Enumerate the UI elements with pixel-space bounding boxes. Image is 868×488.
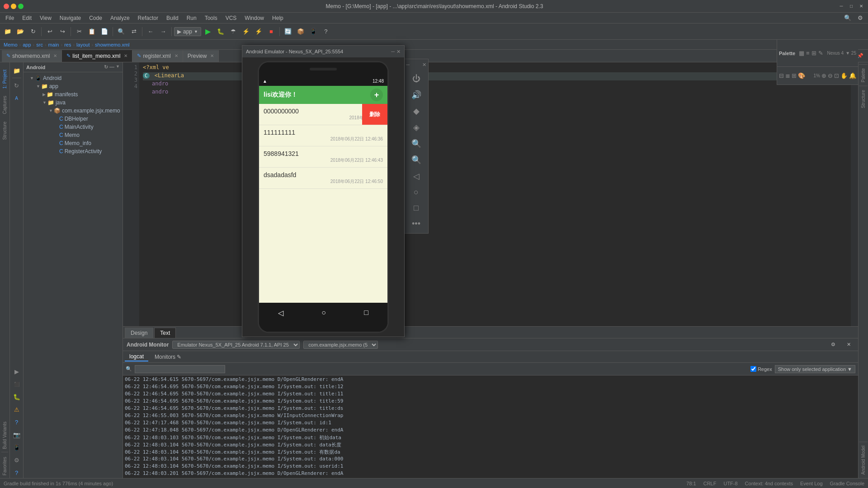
zoom-out-icon[interactable]: 🔍 <box>410 153 423 167</box>
bc-memo[interactable]: Memo <box>4 42 18 47</box>
sync-project-icon[interactable]: ↻ <box>11 80 22 91</box>
palette-btn3[interactable]: ⊞ <box>792 72 797 79</box>
device-selector[interactable]: Emulator Nexus_5X_API_25 Android 7.1.1, … <box>172 341 300 349</box>
tree-root[interactable]: ▼ 📱 Android <box>24 74 123 82</box>
project-dropdown-btn[interactable]: ▼ <box>116 64 120 70</box>
replace-btn[interactable]: ⇄ <box>128 26 140 38</box>
line-ending[interactable]: CRLF <box>703 481 717 486</box>
gradle-sync-btn[interactable]: 🔄 <box>282 26 294 38</box>
recents-nav-btn[interactable]: □ <box>364 309 368 317</box>
close-btn[interactable]: ✕ <box>858 3 864 9</box>
notification-btn[interactable]: 🔔 <box>849 72 856 79</box>
rotate-icon[interactable]: ◁ <box>411 169 421 183</box>
settings2-icon[interactable]: ⚙ <box>11 455 22 465</box>
android-monitor-icon[interactable]: ⬛ <box>11 379 22 389</box>
project-tool-tab[interactable]: 1: Project <box>1 67 8 91</box>
memo-title-3[interactable]: 5988941321 <box>264 150 383 157</box>
theme-btn[interactable]: 🎨 <box>798 72 805 79</box>
tree-memoinfo[interactable]: ▶ C Memo_info <box>24 139 123 147</box>
memo-title-2[interactable]: 111111111 <box>264 129 383 136</box>
redo-btn[interactable]: ↪ <box>57 26 68 38</box>
detail-view-btn[interactable]: ⊞ <box>811 50 816 56</box>
open-btn[interactable]: 📂 <box>14 26 26 38</box>
profile-btn[interactable]: ⚡ <box>240 26 252 38</box>
apply-changes-btn[interactable]: ⚡ <box>253 26 264 38</box>
square-icon[interactable]: □ <box>412 202 420 215</box>
tree-app[interactable]: ▼ 📁 app <box>24 82 123 90</box>
emulator-close-btn[interactable]: ✕ <box>396 49 401 55</box>
menu-view[interactable]: View <box>36 14 55 22</box>
sync-btn[interactable]: ↻ <box>27 26 39 38</box>
bc-showmemo[interactable]: showmemo.xml <box>95 42 129 47</box>
memo-title-4[interactable]: dsadadasfd <box>264 171 383 178</box>
cut-btn[interactable]: ✂ <box>73 26 85 38</box>
menu-analyze[interactable]: Analyze <box>107 14 133 22</box>
close-showmemo-icon[interactable]: ✕ <box>53 53 57 58</box>
tree-java[interactable]: ▼ 📁 java <box>24 99 123 107</box>
event-log-btn[interactable]: Event Log <box>800 481 823 486</box>
help-btn[interactable]: ? <box>320 26 332 38</box>
eraser2-icon[interactable]: ◈ <box>411 121 421 134</box>
power-icon[interactable]: ⏻ <box>410 72 422 85</box>
palette-tab[interactable]: Palette <box>859 64 868 86</box>
palette-btn2[interactable]: ≣ <box>785 72 790 79</box>
new-project-btn[interactable]: 📁 <box>2 26 14 38</box>
eraser-icon[interactable]: ◆ <box>411 104 421 118</box>
menu-file[interactable]: File <box>2 14 18 22</box>
more-icon[interactable]: ••• <box>410 217 422 230</box>
bc-res[interactable]: res <box>64 42 71 47</box>
tree-memo[interactable]: ▶ C Memo <box>24 131 123 139</box>
sdk-manager-btn[interactable]: 📦 <box>295 26 307 38</box>
palette-search-btn[interactable]: ✎ <box>818 50 823 56</box>
copy-btn[interactable]: 📋 <box>86 26 98 38</box>
paste-btn[interactable]: 📄 <box>99 26 110 38</box>
android-model-tab[interactable]: Android Model <box>859 441 868 478</box>
bc-app[interactable]: app <box>23 42 31 47</box>
close-list-item-icon[interactable]: ✕ <box>124 53 127 58</box>
tab-design[interactable]: Design <box>125 328 153 338</box>
emulator-titlebar[interactable]: Android Emulator - Nexus_5X_API_25:5554 … <box>242 46 404 57</box>
encoding[interactable]: UTF-8 <box>723 481 737 486</box>
gradle-console-btn[interactable]: Gradle Console <box>830 481 864 486</box>
debug-monitor-icon[interactable]: 🐛 <box>11 391 22 402</box>
pan-btn[interactable]: ✋ <box>840 72 848 79</box>
captures-tool-tab[interactable]: Captures <box>1 93 8 117</box>
grid-view-btn[interactable]: ▦ <box>799 50 804 56</box>
regex-checkbox[interactable] <box>750 366 756 372</box>
stop-btn[interactable]: ■ <box>265 26 277 38</box>
bc-src[interactable]: src <box>36 42 43 47</box>
structure-tool-tab[interactable]: Structure <box>1 119 8 143</box>
monitors-tab[interactable]: Monitors ✎ <box>150 353 186 361</box>
tab-showmemo[interactable]: ✎ showmemo.xml ✕ <box>2 50 62 62</box>
search-everywhere-btn[interactable]: 🔍 <box>842 12 854 24</box>
restore-btn[interactable]: □ <box>848 3 854 9</box>
tree-dbhelper[interactable]: ▶ C DBHelper <box>24 115 123 123</box>
tab-register[interactable]: ✎ register.xml ✕ <box>132 50 183 62</box>
menu-edit[interactable]: Edit <box>19 14 35 22</box>
palette-btn1[interactable]: ⊟ <box>779 72 784 79</box>
run-config-dropdown[interactable]: ▶app▼ <box>174 27 201 36</box>
emulator-minimize-btn[interactable]: ─ <box>391 49 395 55</box>
tab-text[interactable]: Text <box>154 328 176 338</box>
monitor-settings-btn[interactable]: ⚙ <box>827 339 839 351</box>
dm-minimize-btn[interactable]: ─ <box>406 62 410 68</box>
home-nav-btn[interactable]: ○ <box>321 309 326 317</box>
tree-package[interactable]: ▼ 📦 com.example.jsjx.memo <box>24 107 123 115</box>
run-monitor-icon[interactable]: ▶ <box>11 366 22 377</box>
monitor-close-btn[interactable]: ✕ <box>843 339 854 351</box>
device-icon[interactable]: 📱 <box>11 442 22 453</box>
menu-navigate[interactable]: Navigate <box>56 14 85 22</box>
menu-vcs[interactable]: VCS <box>222 14 241 22</box>
favorites-tab[interactable]: Favorites <box>1 454 8 478</box>
debug-btn[interactable]: 🐛 <box>215 26 226 38</box>
show-only-selected-app-btn[interactable]: Show only selected application ▼ <box>775 365 855 373</box>
bc-layout[interactable]: layout <box>76 42 90 47</box>
coverage-btn[interactable]: ☂ <box>227 26 239 38</box>
camera-icon[interactable]: 📷 <box>11 429 22 440</box>
tree-manifests[interactable]: ▶ 📁 manifests <box>24 90 123 99</box>
add-memo-btn[interactable]: + <box>370 89 383 101</box>
settings-btn[interactable]: ⚙ <box>854 12 866 24</box>
circle-icon[interactable]: ○ <box>412 186 420 199</box>
close-preview-icon[interactable]: ✕ <box>210 53 214 58</box>
zoom-out-palette-btn[interactable]: ⊖ <box>828 72 833 79</box>
